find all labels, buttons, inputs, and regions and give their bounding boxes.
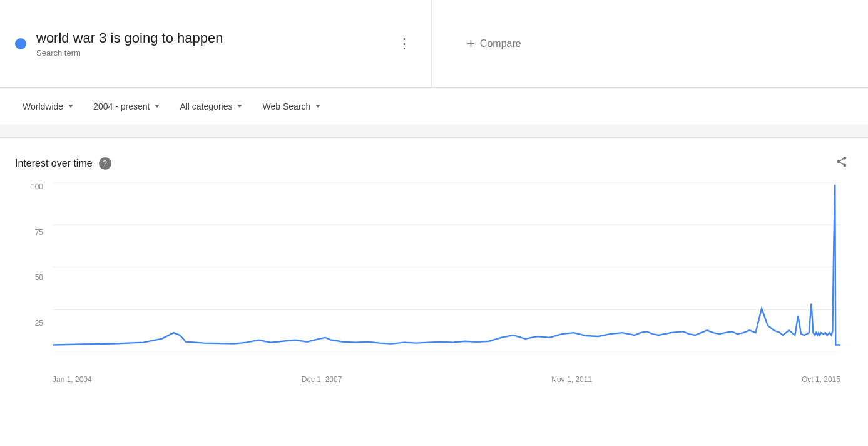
- x-label-2015: Oct 1, 2015: [802, 375, 840, 384]
- trend-chart-svg: [53, 182, 840, 352]
- region-label: Worldwide: [23, 101, 63, 112]
- header-section: world war 3 is going to happen Search te…: [0, 0, 868, 88]
- share-icon: [835, 155, 848, 168]
- time-range-chevron-icon: [155, 105, 160, 108]
- share-button[interactable]: [830, 150, 853, 176]
- x-label-2004: Jan 1, 2004: [53, 375, 92, 384]
- more-options-button[interactable]: ⋮: [392, 31, 416, 57]
- y-label-100: 100: [31, 182, 43, 191]
- region-filter-button[interactable]: Worldwide: [15, 96, 81, 117]
- more-options-icon: ⋮: [397, 36, 411, 52]
- interest-title-group: Interest over time ?: [15, 157, 111, 170]
- divider-strip: [0, 125, 868, 138]
- region-chevron-icon: [68, 105, 73, 108]
- x-axis: Jan 1, 2004 Dec 1, 2007 Nov 1, 2011 Oct …: [53, 370, 840, 395]
- compare-plus-icon: +: [467, 36, 475, 52]
- search-term-text: world war 3 is going to happen Search te…: [36, 29, 223, 58]
- y-label-50: 50: [35, 273, 43, 282]
- search-type-filter-button[interactable]: Web Search: [255, 96, 328, 117]
- y-label-25: 25: [35, 319, 43, 328]
- category-label: All categories: [180, 101, 232, 112]
- search-term-type: Search term: [36, 48, 223, 58]
- search-term-title: world war 3 is going to happen: [36, 29, 223, 48]
- time-range-filter-button[interactable]: 2004 - present: [86, 96, 167, 117]
- y-axis: 100 75 50 25: [15, 182, 49, 364]
- chart-container: 100 75 50 25: [15, 182, 853, 395]
- x-label-2007: Dec 1, 2007: [302, 375, 342, 384]
- category-filter-button[interactable]: All categories: [172, 96, 250, 117]
- interest-section: Interest over time ? 100 75 50 25: [0, 138, 868, 395]
- compare-label: Compare: [480, 38, 521, 49]
- category-chevron-icon: [237, 105, 242, 108]
- x-label-2011: Nov 1, 2011: [551, 375, 592, 384]
- interest-title: Interest over time: [15, 158, 93, 169]
- search-term-panel: world war 3 is going to happen Search te…: [0, 0, 432, 87]
- interest-header: Interest over time ?: [15, 150, 853, 176]
- filters-bar: Worldwide 2004 - present All categories …: [0, 88, 868, 125]
- compare-button[interactable]: + Compare: [457, 29, 531, 58]
- search-type-chevron-icon: [315, 105, 320, 108]
- y-label-75: 75: [35, 228, 43, 237]
- search-term-dot: [15, 38, 26, 49]
- search-term-left: world war 3 is going to happen Search te…: [15, 29, 223, 58]
- help-icon[interactable]: ?: [99, 157, 111, 170]
- compare-panel: + Compare: [432, 0, 868, 87]
- time-range-label: 2004 - present: [93, 101, 150, 112]
- search-type-label: Web Search: [262, 101, 310, 112]
- chart-inner: [53, 182, 840, 364]
